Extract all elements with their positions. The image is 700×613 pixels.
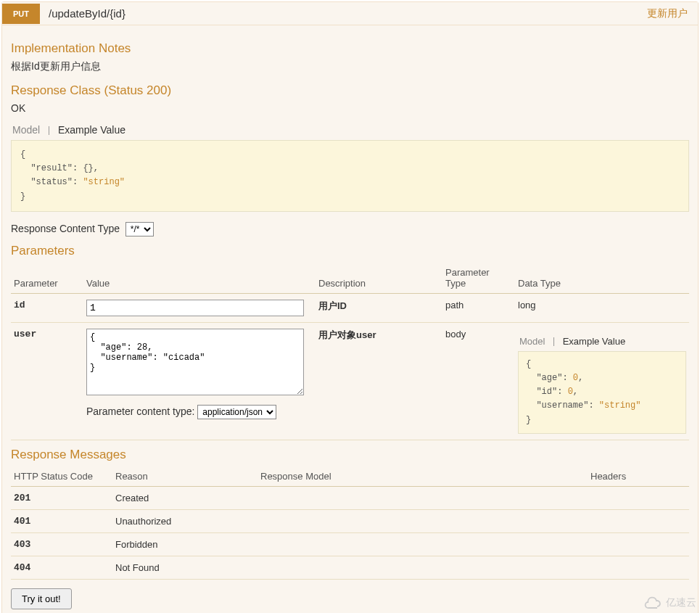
tab-model[interactable]: Model bbox=[11, 124, 41, 136]
status-code: 401 bbox=[11, 509, 112, 532]
response-content-type-row: Response Content Type */* bbox=[11, 222, 689, 236]
status-reason: Created bbox=[112, 486, 258, 509]
operation-summary: 更新用户 bbox=[647, 7, 698, 20]
param-description: 用户对象user bbox=[316, 322, 442, 440]
param-content-type-select[interactable]: application/json bbox=[197, 405, 276, 419]
status-headers bbox=[588, 486, 689, 509]
response-status-text: OK bbox=[11, 102, 689, 114]
param-data-type-cell: Model Example Value { "age": 0, "id": 0,… bbox=[515, 322, 689, 440]
table-row: 404 Not Found bbox=[11, 556, 689, 579]
th-parameter: Parameter bbox=[11, 263, 83, 294]
th-parameter-type: Parameter Type bbox=[442, 263, 515, 294]
operation-body: Implementation Notes 根据Id更新用户信息 Response… bbox=[2, 25, 698, 613]
status-reason: Forbidden bbox=[112, 532, 258, 556]
data-type-example-box[interactable]: { "age": 0, "id": 0, "username": "string… bbox=[518, 351, 686, 434]
data-type-tabs: Model Example Value bbox=[518, 336, 686, 347]
response-content-type-label: Response Content Type bbox=[11, 223, 120, 234]
response-content-type-select[interactable]: */* bbox=[125, 222, 154, 236]
status-model bbox=[258, 532, 588, 556]
response-class-tabs: Model Example Value bbox=[11, 124, 689, 136]
param-type: body bbox=[442, 322, 515, 440]
impl-notes-heading: Implementation Notes bbox=[11, 41, 689, 56]
status-model bbox=[258, 509, 588, 532]
th-response-model: Response Model bbox=[258, 466, 588, 487]
tab-separator bbox=[553, 337, 554, 346]
param-user-textarea[interactable] bbox=[86, 329, 304, 395]
status-model bbox=[258, 486, 588, 509]
th-http-status: HTTP Status Code bbox=[11, 466, 112, 487]
status-reason: Unauthorized bbox=[112, 509, 258, 532]
operation-header[interactable]: PUT /updateById/{id} 更新用户 bbox=[2, 2, 698, 25]
tab-example-value[interactable]: Example Value bbox=[57, 124, 127, 136]
impl-notes-text: 根据Id更新用户信息 bbox=[11, 60, 689, 73]
response-class-heading: Response Class (Status 200) bbox=[11, 83, 689, 98]
tab-separator bbox=[49, 126, 49, 135]
table-row: user Parameter content type: application… bbox=[11, 322, 689, 440]
param-name: user bbox=[11, 322, 83, 440]
status-reason: Not Found bbox=[112, 556, 258, 579]
operation-panel: PUT /updateById/{id} 更新用户 Implementation… bbox=[1, 1, 699, 613]
tab-model[interactable]: Model bbox=[518, 336, 546, 347]
status-model bbox=[258, 556, 588, 579]
status-code: 201 bbox=[11, 486, 112, 509]
table-row: id 用户ID path long bbox=[11, 293, 689, 322]
param-id-input[interactable] bbox=[86, 300, 304, 316]
th-headers: Headers bbox=[588, 466, 689, 487]
param-data-type: long bbox=[515, 293, 689, 322]
status-code: 404 bbox=[11, 556, 112, 579]
try-it-out-button[interactable]: Try it out! bbox=[11, 588, 72, 609]
tab-example-value[interactable]: Example Value bbox=[561, 336, 627, 347]
status-code: 403 bbox=[11, 532, 112, 556]
param-type: path bbox=[442, 293, 515, 322]
table-row: 201 Created bbox=[11, 486, 689, 509]
param-content-type-label: Parameter content type: bbox=[86, 406, 194, 417]
param-description: 用户ID bbox=[316, 293, 442, 322]
th-description: Description bbox=[316, 263, 442, 294]
param-name: id bbox=[11, 293, 83, 322]
th-value: Value bbox=[83, 263, 316, 294]
status-headers bbox=[588, 532, 689, 556]
param-value-cell bbox=[83, 293, 316, 322]
response-messages-table: HTTP Status Code Reason Response Model H… bbox=[11, 466, 689, 580]
status-headers bbox=[588, 509, 689, 532]
th-data-type: Data Type bbox=[515, 263, 689, 294]
response-messages-heading: Response Messages bbox=[11, 448, 689, 462]
status-headers bbox=[588, 556, 689, 579]
table-row: 403 Forbidden bbox=[11, 532, 689, 556]
operation-path: /updateById/{id} bbox=[40, 7, 647, 20]
th-reason: Reason bbox=[112, 466, 258, 487]
footer-text: 亿速云 bbox=[666, 596, 696, 609]
footer-logo: 亿速云 bbox=[643, 596, 696, 609]
param-content-type-row: Parameter content type: application/json bbox=[86, 405, 313, 419]
param-value-cell: Parameter content type: application/json bbox=[83, 322, 316, 440]
table-row: 401 Unauthorized bbox=[11, 509, 689, 532]
parameters-table: Parameter Value Description Parameter Ty… bbox=[11, 263, 689, 440]
http-method-badge: PUT bbox=[2, 4, 40, 24]
cloud-icon bbox=[643, 596, 663, 609]
parameters-heading: Parameters bbox=[11, 244, 689, 258]
response-example-box[interactable]: { "result": {}, "status": "string" } bbox=[11, 140, 689, 212]
